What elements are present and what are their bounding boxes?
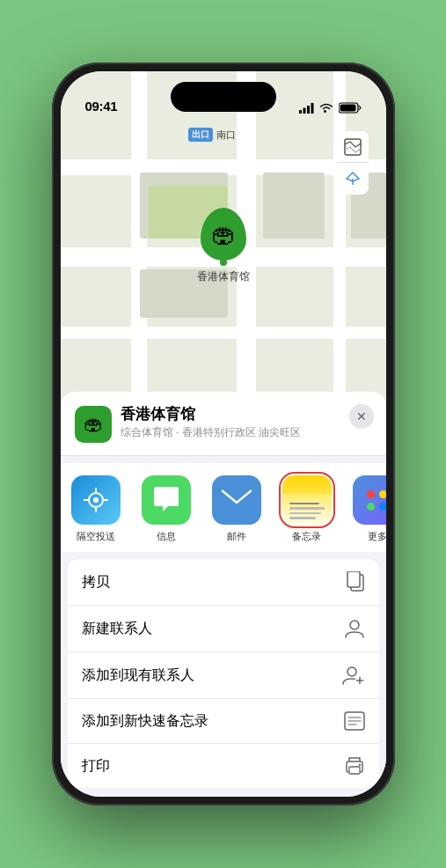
- phone-frame: 09:41: [52, 63, 395, 805]
- svg-rect-10: [222, 489, 252, 511]
- notes-line2: [289, 507, 325, 510]
- svg-point-9: [93, 497, 99, 503]
- action-text-add-contact: 添加到现有联系人: [82, 666, 194, 685]
- more-dots: [367, 475, 386, 525]
- location-card-icon: 🏟: [75, 406, 112, 443]
- map-building: [263, 173, 325, 239]
- location-subtitle: 综合体育馆 · 香港特别行政区 油尖旺区: [121, 425, 372, 440]
- stadium-icon: 🏟: [211, 220, 236, 249]
- more-dot-green: [367, 503, 375, 511]
- svg-rect-0: [299, 110, 302, 114]
- notes-line3: [289, 512, 321, 515]
- add-contact-icon: [342, 665, 365, 686]
- action-item-new-contact[interactable]: 新建联系人: [68, 606, 379, 652]
- mail-icon: [212, 475, 261, 525]
- share-item-more[interactable]: 更多: [342, 475, 386, 543]
- share-item-messages[interactable]: 信息: [131, 475, 201, 543]
- map-label-text: 南口: [216, 129, 236, 142]
- wifi-icon: [319, 103, 333, 114]
- svg-rect-23: [349, 767, 360, 774]
- action-text-quick-note: 添加到新快速备忘录: [82, 712, 208, 731]
- svg-rect-5: [340, 105, 355, 112]
- svg-rect-3: [311, 103, 313, 114]
- svg-rect-6: [345, 139, 361, 155]
- more-icon: [353, 475, 386, 525]
- map-label: 出口 南口: [188, 128, 236, 142]
- share-item-notes[interactable]: 备忘录: [272, 475, 342, 543]
- print-icon: [344, 756, 365, 776]
- action-item-add-contact[interactable]: 添加到现有联系人: [68, 652, 379, 699]
- quick-note-icon: [344, 711, 365, 731]
- signal-icon: [299, 103, 314, 114]
- share-label-messages: 信息: [157, 530, 176, 543]
- messages-icon: [142, 475, 191, 525]
- svg-rect-2: [307, 106, 310, 114]
- share-label-notes: 备忘录: [292, 530, 321, 543]
- share-label-mail: 邮件: [227, 530, 246, 543]
- bottom-sheet: 🏟 香港体育馆 综合体育馆 · 香港特别行政区 油尖旺区 ✕: [61, 392, 386, 797]
- action-text-copy: 拷贝: [82, 573, 110, 592]
- svg-rect-1: [303, 107, 305, 114]
- notes-top: [282, 476, 332, 494]
- action-item-print[interactable]: 打印: [68, 744, 379, 788]
- svg-point-24: [358, 764, 360, 766]
- share-item-mail[interactable]: 邮件: [201, 475, 272, 543]
- notes-icon: [282, 475, 332, 525]
- messages-symbol: [152, 487, 180, 513]
- share-row: 隔空投送 信息: [61, 463, 386, 552]
- more-dot-row2: [367, 503, 386, 511]
- action-list: 拷贝 新建联系人 添加到现有联系人: [68, 559, 379, 788]
- map-type-button[interactable]: [337, 131, 369, 163]
- stadium-pin: 🏟: [201, 208, 246, 261]
- map-type-icon: [344, 138, 362, 156]
- phone-screen: 09:41: [61, 71, 386, 797]
- share-item-airdrop[interactable]: 隔空投送: [61, 475, 131, 543]
- stadium-label: 香港体育馆: [197, 269, 250, 284]
- svg-point-13: [350, 621, 359, 629]
- status-time: 09:41: [85, 99, 118, 114]
- more-dot-row1: [367, 490, 386, 498]
- location-header: 🏟 香港体育馆 综合体育馆 · 香港特别行政区 油尖旺区 ✕: [61, 392, 386, 456]
- svg-rect-12: [347, 571, 360, 587]
- airdrop-icon: [71, 475, 121, 525]
- location-arrow-icon: [345, 171, 361, 187]
- battery-icon: [339, 102, 362, 114]
- notes-lines: [282, 494, 332, 525]
- close-button[interactable]: ✕: [349, 404, 374, 429]
- action-item-copy[interactable]: 拷贝: [68, 559, 379, 606]
- more-dot-blue: [379, 503, 386, 511]
- copy-icon: [346, 571, 365, 592]
- map-label-badge: 出口: [188, 128, 213, 142]
- action-text-print: 打印: [82, 757, 110, 776]
- status-icons: [299, 102, 362, 114]
- stadium-marker[interactable]: 🏟 香港体育馆: [197, 208, 250, 284]
- dynamic-island: [171, 82, 276, 112]
- share-label-airdrop: 隔空投送: [77, 530, 115, 543]
- more-dot-yellow: [379, 490, 386, 498]
- notes-line4: [289, 517, 316, 519]
- airdrop-symbol: [81, 485, 111, 515]
- location-info: 香港体育馆 综合体育馆 · 香港特别行政区 油尖旺区: [121, 406, 372, 440]
- svg-point-14: [347, 667, 356, 676]
- more-dot-red: [367, 490, 375, 498]
- notes-line1: [289, 503, 319, 505]
- location-name: 香港体育馆: [121, 406, 372, 423]
- share-label-more: 更多: [368, 530, 386, 543]
- action-text-new-contact: 新建联系人: [82, 620, 152, 638]
- new-contact-icon: [344, 618, 365, 639]
- mail-symbol: [222, 489, 252, 511]
- map-controls: [337, 131, 369, 195]
- location-button[interactable]: [337, 163, 369, 195]
- action-item-quick-note[interactable]: 添加到新快速备忘录: [68, 699, 379, 744]
